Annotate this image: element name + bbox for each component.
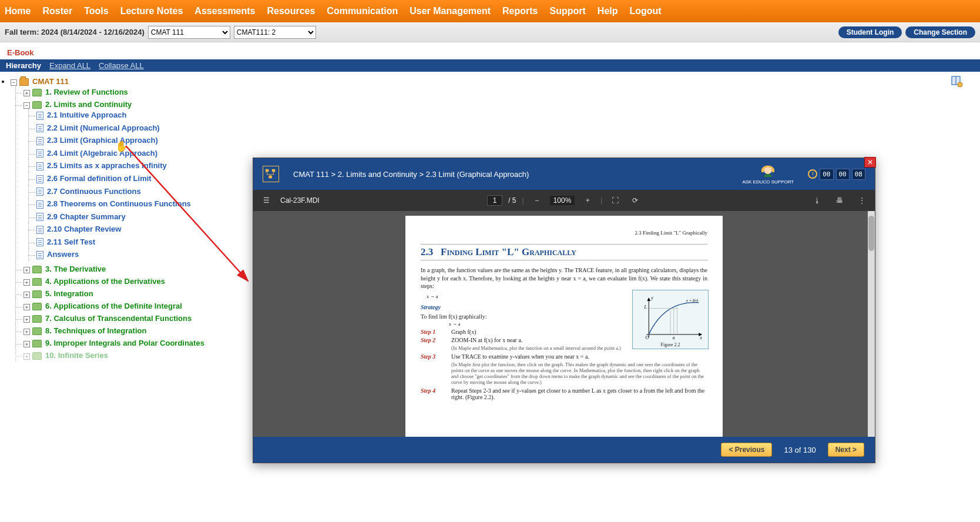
toggle-ch9[interactable]: +: [24, 341, 30, 347]
doc-icon: [36, 112, 43, 120]
tree-s26[interactable]: 2.6 Formal definition of Limit: [47, 174, 152, 183]
content-viewer: ✕ CMAT 111 > 2. Limits and Continuity > …: [253, 158, 875, 401]
tree-ch3[interactable]: 3. The Derivative: [45, 265, 106, 273]
toggle-ch7[interactable]: +: [24, 316, 30, 323]
tree-answers[interactable]: Answers: [47, 250, 79, 259]
print-icon[interactable]: 🖶: [833, 193, 847, 208]
tree-root[interactable]: CMAT 111: [32, 77, 69, 86]
svg-text:O: O: [645, 335, 649, 340]
nav-resources[interactable]: Resources: [267, 6, 316, 16]
tree-s211[interactable]: 2.11 Self Test: [47, 237, 95, 246]
fit-page-icon[interactable]: ⛶: [608, 193, 622, 208]
nav-assessments[interactable]: Assessments: [194, 6, 255, 16]
tree-s25[interactable]: 2.5 Limits as x appraches Infinity: [47, 161, 167, 170]
svg-rect-4: [269, 176, 272, 179]
pdf-page-input[interactable]: 1: [487, 195, 502, 206]
figure-caption: Figure 2.2: [636, 342, 704, 347]
doc-icon: [36, 200, 43, 209]
tree-s210[interactable]: 2.10 Chapter Review: [47, 225, 121, 233]
toggle-ch3[interactable]: +: [24, 267, 30, 273]
toggle-root[interactable]: −: [11, 79, 17, 86]
pdf-scrollbar[interactable]: [868, 211, 875, 401]
student-login-button[interactable]: Student Login: [838, 26, 902, 38]
download-icon[interactable]: ⭳: [810, 193, 824, 208]
folder-icon: [32, 290, 42, 298]
nav-tools[interactable]: Tools: [84, 6, 108, 16]
toggle-ch1[interactable]: +: [24, 90, 30, 96]
hierarchy-bar: Hierarchy Expand ALL Collapse ALL: [0, 59, 980, 72]
course-select[interactable]: CMAT 111: [148, 26, 230, 39]
doc-icon: [36, 188, 43, 196]
folder-icon: [32, 303, 42, 310]
nav-support[interactable]: Support: [550, 6, 586, 16]
toggle-ch5[interactable]: +: [24, 292, 30, 298]
tree-s23[interactable]: 2.3 Limit (Graphical Approach): [47, 136, 158, 145]
zoom-level[interactable]: 100%: [550, 196, 575, 205]
section-select[interactable]: CMAT111: 2: [234, 26, 316, 39]
nav-user-management[interactable]: User Management: [410, 6, 491, 16]
tree-s22[interactable]: 2.2 Limit (Numerical Approach): [47, 123, 160, 132]
svg-rect-2: [266, 169, 269, 172]
tree-s21[interactable]: 2.1 Intuitive Approach: [47, 111, 126, 119]
nav-logout[interactable]: Logout: [630, 6, 662, 16]
zoom-out-button[interactable]: −: [530, 193, 544, 208]
svg-rect-6: [761, 169, 764, 172]
folder-icon: [32, 327, 42, 335]
tree-ch5[interactable]: 5. Integration: [45, 289, 93, 298]
rotate-icon[interactable]: ⟳: [628, 193, 642, 208]
toggle-ch10[interactable]: +: [24, 353, 30, 360]
tree-ch8[interactable]: 8. Techniques of Integration: [45, 326, 146, 335]
pdf-filename: Cal-23F.MDI: [280, 196, 320, 205]
timer-hh: 00: [820, 169, 833, 180]
pdf-body[interactable]: 2.3 Finding Limit "L" Graphically 2.3 Fi…: [253, 211, 875, 401]
collapse-all-link[interactable]: Collapse ALL: [99, 61, 144, 70]
svg-text:L: L: [644, 304, 647, 310]
nav-lecture-notes[interactable]: Lecture Notes: [120, 6, 183, 16]
tree-s29[interactable]: 2.9 Chapter Summary: [47, 212, 126, 221]
doc-icon: [36, 137, 43, 145]
toggle-ch8[interactable]: +: [24, 329, 30, 335]
zoom-in-button[interactable]: +: [580, 193, 595, 208]
nav-help[interactable]: Help: [598, 6, 618, 16]
folder-icon: [32, 315, 42, 323]
nav-communication[interactable]: Communication: [327, 6, 398, 16]
tree-s27[interactable]: 2.7 Continuous Functions: [47, 187, 141, 196]
tree-ch6[interactable]: 6. Applications of the Definite Integral: [45, 302, 182, 310]
step-label: Step 3: [421, 353, 444, 360]
tree-s24[interactable]: 2.4 Limit (Algebraic Approach): [47, 149, 157, 158]
tree-ch1[interactable]: 1. Review of Functions: [45, 88, 128, 96]
pdf-menu-icon[interactable]: ☰: [259, 193, 273, 208]
change-section-button[interactable]: Change Section: [905, 26, 975, 38]
svg-text:x: x: [699, 335, 702, 340]
tree-ch9[interactable]: 9. Improper Integrals and Polar Coordina…: [45, 339, 204, 347]
intro-paragraph: In a graph, the function values are the …: [421, 266, 707, 290]
hierarchy-icon[interactable]: [263, 166, 279, 182]
nav-reports[interactable]: Reports: [502, 6, 538, 16]
toggle-ch4[interactable]: +: [24, 279, 30, 286]
svg-text:y: y: [650, 295, 653, 300]
tree-ch10[interactable]: 10. Infinite Series: [45, 351, 108, 360]
doc-icon: [36, 226, 43, 234]
tree-ch4[interactable]: 4. Applications of the Derivatives: [45, 277, 165, 286]
doc-icon: [36, 251, 43, 259]
timer: 00 00 08: [808, 169, 865, 180]
ask-support-button[interactable]: ASK EDUCO SUPPORT: [742, 164, 794, 185]
tree-ch7[interactable]: 7. Calculus of Transcendental Functions: [45, 314, 192, 323]
folder-icon: [32, 340, 42, 347]
timer-ss: 08: [852, 169, 865, 180]
tree-ch2[interactable]: 2. Limits and Continuity: [45, 100, 132, 109]
toggle-ch6[interactable]: +: [24, 304, 30, 310]
ebook-heading: E-Book: [0, 42, 980, 59]
folder-icon: [19, 78, 29, 86]
svg-text:a: a: [673, 335, 675, 340]
close-button[interactable]: ✕: [864, 157, 876, 168]
nav-roster[interactable]: Roster: [42, 6, 72, 16]
sub-bar: Fall term: 2024 (8/14/2024 - 12/16/2024)…: [0, 22, 980, 42]
pdf-page: 2.3 Finding Limit "L" Graphically 2.3 Fi…: [405, 216, 723, 401]
step-label: Step 1: [421, 329, 444, 335]
toggle-ch2[interactable]: −: [24, 102, 30, 109]
tree-s28[interactable]: 2.8 Theorems on Continuous Functions: [47, 199, 191, 208]
expand-all-link[interactable]: Expand ALL: [49, 61, 90, 70]
nav-home[interactable]: Home: [5, 6, 31, 16]
more-icon[interactable]: ⋮: [855, 193, 869, 208]
